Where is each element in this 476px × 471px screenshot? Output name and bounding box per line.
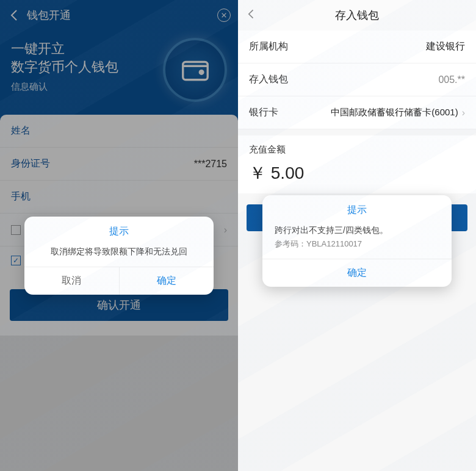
modal-cancel-button[interactable]: 取消 bbox=[24, 267, 119, 295]
modal-overlay: 提示 跨行对出不支持三/四类钱包。 参考码：YBLA12110017 确定 bbox=[238, 0, 476, 471]
modal-dialog: 提示 跨行对出不支持三/四类钱包。 参考码：YBLA12110017 确定 bbox=[262, 195, 452, 287]
modal-dialog: 提示 取消绑定将导致限额下降和无法兑回 取消 确定 bbox=[24, 217, 214, 295]
screen-deposit-wallet: 存入钱包 所属机构 建设银行 存入钱包 005.** 银行卡 中国邮政储蓄银行储… bbox=[238, 0, 476, 471]
modal-body: 跨行对出不支持三/四类钱包。 参考码：YBLA12110017 bbox=[262, 220, 452, 259]
screen-wallet-open: 钱包开通 一键开立 数字货币个人钱包 信息确认 姓名 身份证号 ***2715 bbox=[0, 0, 238, 471]
modal-message: 取消绑定将导致限额下降和无法兑回 bbox=[24, 242, 214, 267]
modal-title: 提示 bbox=[262, 195, 452, 220]
modal-ok-button[interactable]: 确定 bbox=[262, 259, 452, 287]
modal-code-line: 参考码：YBLA12110017 bbox=[275, 238, 439, 250]
modal-actions: 取消 确定 bbox=[24, 267, 214, 295]
modal-actions: 确定 bbox=[262, 259, 452, 287]
code-prefix: 参考码： bbox=[275, 239, 306, 248]
modal-message: 跨行对出不支持三/四类钱包。 bbox=[275, 224, 439, 237]
modal-ok-button[interactable]: 确定 bbox=[119, 267, 214, 295]
modal-overlay: 提示 取消绑定将导致限额下降和无法兑回 取消 确定 bbox=[0, 0, 238, 471]
code-value: YBLA12110017 bbox=[306, 239, 362, 248]
modal-title: 提示 bbox=[24, 217, 214, 242]
